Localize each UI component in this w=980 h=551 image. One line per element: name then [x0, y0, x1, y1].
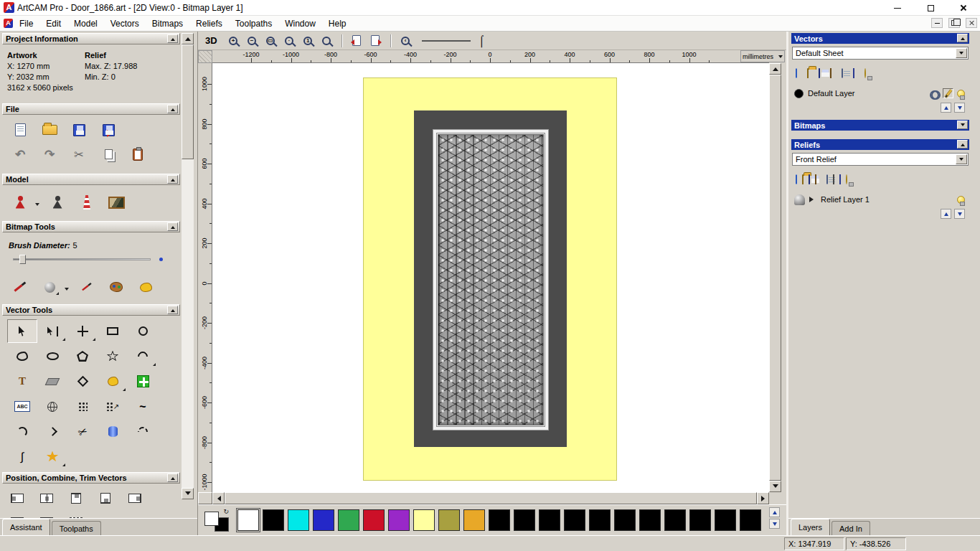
rename-layer-button[interactable]	[943, 88, 953, 98]
palette-swatch-3[interactable]	[313, 509, 334, 531]
create-freeform-button[interactable]	[7, 344, 37, 368]
flood-fill-button[interactable]	[134, 277, 157, 297]
set-model-size-button[interactable]	[9, 192, 32, 212]
palette-scroll-up-button[interactable]	[769, 507, 780, 517]
dropdown-button[interactable]	[956, 154, 967, 164]
toggle-relief-layers-button[interactable]	[846, 175, 847, 184]
measure-tool-button[interactable]	[37, 445, 67, 468]
arc-editing-button[interactable]	[7, 420, 37, 443]
link-layer-button[interactable]	[930, 88, 941, 98]
palette-swatch-4[interactable]	[338, 509, 359, 531]
palette-swatch-12[interactable]	[539, 509, 560, 531]
undo-button[interactable]: ↶	[9, 144, 32, 164]
toggle-3d-view-button[interactable]: 3D	[205, 35, 217, 46]
expand-button[interactable]	[957, 121, 968, 129]
canvas-vertical-scrollbar[interactable]	[769, 63, 781, 492]
palette-swatch-2[interactable]	[288, 509, 309, 531]
align-center-h-button[interactable]	[38, 488, 55, 508]
transform-vectors-button[interactable]	[67, 319, 98, 343]
draw-brush-button[interactable]	[75, 277, 98, 297]
child-restore-button[interactable]	[948, 18, 960, 28]
palette-swatch-14[interactable]	[589, 509, 611, 531]
palette-swatch-15[interactable]	[614, 509, 636, 531]
zoom-box-button[interactable]: ▭	[263, 34, 279, 48]
trim-overlap-button[interactable]	[97, 513, 114, 518]
align-left-button[interactable]	[9, 488, 26, 508]
scroll-down-button[interactable]	[182, 488, 194, 499]
copy-button[interactable]	[97, 144, 120, 164]
bitmap-to-vector-button[interactable]	[67, 395, 98, 418]
palette-swatch-10[interactable]	[489, 509, 510, 531]
menu-item-bitmaps[interactable]: Bitmaps	[146, 17, 189, 31]
palette-swatch-5[interactable]	[363, 509, 385, 531]
align-top-button[interactable]	[67, 488, 85, 508]
adjust-model-button[interactable]	[46, 192, 69, 212]
palette-swatch-1[interactable]	[263, 509, 284, 531]
menu-item-toolpaths[interactable]: Toolpaths	[229, 17, 278, 31]
save-vector-layer-button[interactable]	[819, 69, 820, 77]
open-model-button[interactable]	[38, 120, 61, 140]
swap-colours-icon[interactable]: ↻	[223, 508, 229, 515]
cut-button[interactable]: ✂	[67, 144, 90, 164]
layer-visibility-button[interactable]	[956, 88, 966, 98]
menu-item-window[interactable]: Window	[278, 17, 322, 31]
vector-layer-row[interactable]: Default Layer	[791, 85, 969, 101]
scroll-right-button[interactable]	[757, 492, 769, 504]
collapse-button[interactable]	[957, 140, 968, 149]
palette-swatch-6[interactable]	[388, 509, 410, 531]
palette-swatch-11[interactable]	[514, 509, 535, 531]
palette-swatch-18[interactable]	[689, 509, 711, 531]
load-image-button[interactable]	[105, 192, 128, 212]
line-width-preview[interactable]	[422, 40, 471, 42]
trim-vectors-button[interactable]: ✂	[67, 420, 98, 443]
canvas-horizontal-scrollbar[interactable]	[198, 492, 786, 504]
palette-swatch-20[interactable]	[740, 509, 761, 531]
menu-item-vectors[interactable]: Vectors	[104, 17, 146, 31]
text-on-curve-button[interactable]	[98, 369, 128, 393]
fit-curve-button[interactable]: ~	[128, 395, 158, 418]
palette-swatch-0[interactable]	[237, 509, 259, 531]
extrude-vector-button[interactable]	[98, 420, 128, 443]
collapse-button[interactable]	[167, 474, 178, 482]
paint-brush-button[interactable]	[9, 277, 32, 297]
export-model-button[interactable]	[97, 120, 120, 140]
sheet-selector[interactable]: Default Sheet	[792, 47, 969, 60]
paste-along-curve-button[interactable]: ↗	[98, 395, 128, 418]
child-close-button[interactable]	[966, 18, 977, 28]
save-relief-layer-button[interactable]	[809, 175, 810, 184]
zoom-previous-button[interactable]	[319, 34, 335, 48]
section-profile-button[interactable]: ∫	[7, 445, 37, 468]
move-layer-down-button[interactable]	[954, 209, 965, 219]
palette-swatch-8[interactable]	[438, 509, 460, 531]
flyout-arrow-icon[interactable]	[35, 203, 39, 208]
merge-vector-layers-button[interactable]	[830, 69, 831, 77]
palette-swatch-9[interactable]	[463, 509, 485, 531]
align-bottom-button[interactable]	[97, 488, 114, 508]
pan-left-button[interactable]	[349, 34, 365, 48]
palette-swatch-16[interactable]	[639, 509, 661, 531]
maximize-button[interactable]	[914, 0, 947, 16]
create-rectangle-button[interactable]	[98, 319, 128, 343]
collapse-button[interactable]	[167, 222, 178, 231]
tab-assistant[interactable]: Assistant	[2, 519, 50, 535]
zoom-in-button[interactable]: +	[225, 34, 242, 48]
scroll-up-button[interactable]	[182, 33, 194, 44]
scroll-up-button[interactable]	[769, 63, 781, 75]
zoom-last-button[interactable]: ‹	[397, 34, 414, 48]
scroll-thumb[interactable]	[182, 44, 194, 159]
menu-item-help[interactable]: Help	[322, 17, 353, 31]
create-circle-button[interactable]	[128, 319, 158, 343]
collapse-button[interactable]	[167, 105, 178, 113]
menu-item-file[interactable]: File	[13, 17, 39, 31]
relief-thumbnail-icon[interactable]	[794, 194, 805, 205]
palette-swatch-13[interactable]	[564, 509, 585, 531]
create-star-button[interactable]	[98, 344, 128, 368]
create-polyline-button[interactable]	[37, 420, 67, 443]
menu-item-edit[interactable]: Edit	[39, 17, 67, 31]
palette-swatch-19[interactable]	[715, 509, 736, 531]
new-vector-layer-button[interactable]	[796, 69, 797, 77]
model-tower-button[interactable]	[75, 192, 98, 212]
move-layer-up-button[interactable]	[941, 209, 951, 219]
group-vectors-button[interactable]	[9, 513, 26, 518]
collapse-button[interactable]	[167, 34, 178, 43]
